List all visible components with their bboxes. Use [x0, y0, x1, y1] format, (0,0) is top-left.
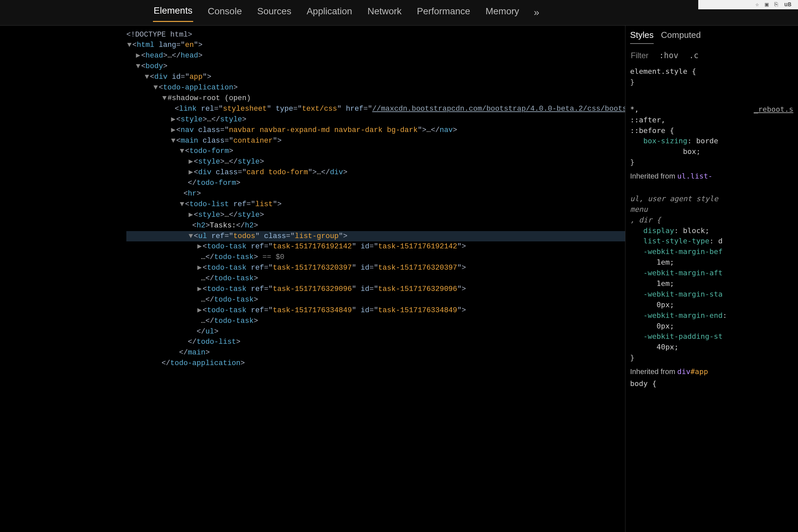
dom-node-task-0[interactable]: ▶<todo-task ref="task-1517176192142" id=… — [126, 241, 625, 252]
dom-node-head[interactable]: ▶<head>…</head> — [126, 51, 625, 61]
dom-node-todo-form-close[interactable]: </todo-form> — [126, 178, 625, 189]
tab-application[interactable]: Application — [306, 3, 353, 22]
dom-node-hr[interactable]: <hr> — [126, 189, 625, 199]
styles-tab-computed[interactable]: Computed — [661, 29, 701, 44]
dom-node-task-1-close[interactable]: …</todo-task> — [126, 273, 625, 284]
dom-node-todo-list[interactable]: ▼<todo-list ref="list"> — [126, 199, 625, 210]
dom-node-doctype[interactable]: <!DOCTYPE html> — [126, 30, 625, 40]
dom-node-todo-application-close[interactable]: </todo-application> — [126, 358, 625, 369]
dom-node-h2[interactable]: <h2>Tasks:</h2> — [126, 221, 625, 231]
tab-elements[interactable]: Elements — [153, 3, 193, 22]
inherited-from-div-app: Inherited from div#app — [630, 363, 793, 378]
tab-console[interactable]: Console — [207, 3, 243, 22]
styles-filter-row: Filter :hov .c — [630, 47, 793, 66]
tab-network[interactable]: Network — [367, 3, 402, 22]
dom-node-link[interactable]: <link rel="stylesheet" type="text/css" h… — [126, 104, 625, 114]
extension-icon-ublock[interactable]: uB — [784, 0, 791, 9]
inherited-from-ul: Inherited from ul.list- — [630, 168, 793, 183]
dom-node-task-1[interactable]: ▶<todo-task ref="task-1517176320397" id=… — [126, 263, 625, 273]
dom-node-style-3[interactable]: ▶<style>…</style> — [126, 210, 625, 221]
bookmark-star-icon[interactable]: ☆ — [756, 0, 759, 9]
rule-universal[interactable]: _reboot.s*, ::after, ::before { box-sizi… — [630, 93, 793, 168]
dom-node-todo-application[interactable]: ▼<todo-application> — [126, 82, 625, 93]
dom-node-task-2[interactable]: ▶<todo-task ref="task-1517176329096" id=… — [126, 284, 625, 294]
dom-node-task-2-close[interactable]: …</todo-task> — [126, 294, 625, 305]
extension-icon-1[interactable]: ▣ — [765, 0, 769, 9]
tab-sources[interactable]: Sources — [256, 3, 292, 22]
tab-memory[interactable]: Memory — [485, 3, 520, 22]
dom-node-body[interactable]: ▼<body> — [126, 61, 625, 72]
styles-tab-styles[interactable]: Styles — [630, 29, 654, 44]
extension-icon-2[interactable]: ⎘ — [774, 0, 778, 9]
dom-node-main-close[interactable]: </main> — [126, 347, 625, 358]
dom-node-style-1[interactable]: ▶<style>…</style> — [126, 114, 625, 125]
elements-dom-tree[interactable]: ••• <!DOCTYPE html> ▼<html lang="en"> ▶<… — [0, 25, 625, 532]
hov-toggle[interactable]: :hov — [659, 50, 678, 61]
dom-node-task-3[interactable]: ▶<todo-task ref="task-1517176334849" id=… — [126, 305, 625, 316]
tabs-overflow-icon[interactable]: » — [534, 5, 540, 20]
dom-node-todo-form[interactable]: ▼<todo-form> — [126, 146, 625, 157]
rule-element-style[interactable]: element.style { } — [630, 66, 793, 88]
devtools-toolbar: Elements Console Sources Application Net… — [0, 0, 798, 25]
dom-node-main[interactable]: ▼<main class="container"> — [126, 136, 625, 146]
dom-node-todo-list-close[interactable]: </todo-list> — [126, 337, 625, 347]
dom-node-app-div[interactable]: ▼<div id="app"> — [126, 72, 625, 82]
dom-node-task-3-close[interactable]: …</todo-task> — [126, 316, 625, 326]
styles-filter-input[interactable]: Filter — [631, 50, 648, 61]
dom-node-shadow-root[interactable]: ▼#shadow-root (open) — [126, 93, 625, 104]
dom-node-html[interactable]: ▼<html lang="en"> — [126, 40, 625, 51]
dom-node-ul[interactable]: ▼<ul ref="todos" class="list-group"> — [126, 231, 625, 242]
dom-node-task-0-close[interactable]: …</todo-task> == $0 — [126, 252, 625, 263]
styles-panel: Styles Computed Filter :hov .c element.s… — [625, 25, 798, 532]
dom-node-ul-close[interactable]: </ul> — [126, 326, 625, 337]
dom-node-card-div[interactable]: ▶<div class="card todo-form">…</div> — [126, 167, 625, 178]
cls-toggle[interactable]: .c — [689, 50, 699, 61]
browser-toolbar: ☆ ▣ ⎘ uB — [698, 0, 798, 9]
rule-body[interactable]: body { — [630, 378, 793, 389]
dom-node-nav[interactable]: ▶<nav class="navbar navbar-expand-md nav… — [126, 125, 625, 136]
styles-tabs: Styles Computed — [630, 29, 793, 48]
stylesheet-link[interactable]: _reboot.s — [754, 104, 793, 115]
dom-node-style-2[interactable]: ▶<style>…</style> — [126, 157, 625, 167]
tab-performance[interactable]: Performance — [416, 3, 471, 22]
rule-user-agent-ul[interactable]: ul, user agent style menu , dir { displa… — [630, 183, 793, 363]
